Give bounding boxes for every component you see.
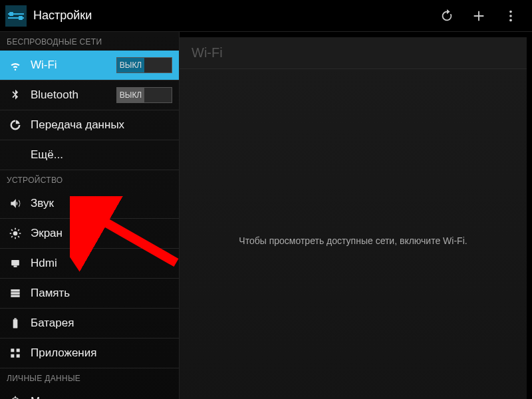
section-header-personal: ЛИЧНЫЕ ДАННЫЕ: [0, 368, 179, 387]
sidebar-item-bluetooth[interactable]: Bluetooth ВЫКЛ: [0, 80, 179, 110]
data-usage-icon: [8, 118, 23, 132]
svg-rect-7: [11, 292, 19, 294]
hdmi-icon: [8, 256, 23, 271]
sidebar-item-display[interactable]: Экран: [0, 219, 179, 249]
svg-point-1: [509, 15, 512, 17]
refresh-button[interactable]: [431, 0, 463, 32]
svg-point-0: [509, 10, 512, 13]
section-header-device: УСТРОЙСТВО: [0, 170, 179, 189]
bluetooth-icon: [8, 88, 23, 102]
sidebar-item-label: Приложения: [31, 346, 96, 360]
sidebar-item-hdmi[interactable]: Hdmi: [0, 249, 179, 279]
sidebar-item-label: Экран: [31, 227, 63, 240]
svg-rect-6: [11, 289, 19, 291]
settings-sidebar: БЕСПРОВОДНЫЕ СЕТИ Wi-Fi ВЫКЛ Bluetooth: [0, 32, 180, 399]
sidebar-item-battery[interactable]: Батарея: [0, 309, 179, 338]
svg-rect-5: [14, 265, 17, 267]
wifi-icon: [8, 58, 23, 72]
sidebar-item-label: Передача данных: [31, 118, 124, 132]
sidebar-item-location[interactable]: Мое местоположение: [0, 387, 179, 399]
settings-app-icon: [5, 5, 27, 27]
sidebar-item-label: Мое местоположение: [31, 395, 145, 399]
add-button[interactable]: [463, 0, 495, 32]
action-bar: Настройки: [0, 0, 532, 32]
sidebar-item-label: Батарея: [31, 317, 74, 330]
storage-icon: [8, 286, 23, 301]
svg-rect-12: [17, 348, 20, 352]
toggle-off-label: ВЫКЛ: [117, 58, 144, 72]
sidebar-item-wifi[interactable]: Wi-Fi ВЫКЛ: [0, 51, 179, 80]
sidebar-item-datausage[interactable]: Передача данных: [0, 110, 179, 140]
detail-panel: Wi-Fi Чтобы просмотреть доступные сети, …: [180, 37, 527, 399]
sidebar-item-label: Память: [31, 287, 70, 300]
refresh-icon: [440, 9, 454, 23]
svg-point-2: [509, 19, 512, 21]
sidebar-item-label: Ещё...: [31, 148, 63, 162]
apps-icon: [8, 346, 23, 360]
svg-rect-8: [11, 295, 19, 297]
svg-point-3: [13, 231, 18, 236]
location-icon: [8, 394, 23, 399]
app-title: Настройки: [33, 9, 92, 23]
sidebar-item-more[interactable]: Ещё...: [0, 140, 179, 170]
sidebar-item-label: Bluetooth: [31, 88, 78, 102]
toggle-off-label: ВЫКЛ: [117, 88, 144, 102]
overflow-icon: [503, 9, 518, 23]
svg-rect-11: [11, 348, 14, 352]
plus-icon: [471, 9, 486, 23]
bluetooth-toggle[interactable]: ВЫКЛ: [116, 87, 172, 103]
battery-icon: [8, 316, 23, 331]
svg-rect-10: [14, 319, 16, 320]
svg-rect-9: [13, 319, 18, 328]
sidebar-item-label: Звук: [31, 197, 54, 210]
detail-title: Wi-Fi: [180, 37, 527, 69]
sound-icon: [8, 196, 23, 211]
overflow-menu-button[interactable]: [495, 0, 527, 32]
detail-empty-message: Чтобы просмотреть доступные сети, включи…: [239, 235, 467, 246]
brightness-icon: [8, 226, 23, 241]
sidebar-item-storage[interactable]: Память: [0, 279, 179, 309]
svg-rect-4: [11, 260, 19, 265]
wifi-toggle[interactable]: ВЫКЛ: [116, 57, 172, 73]
section-header-wireless: БЕСПРОВОДНЫЕ СЕТИ: [0, 32, 179, 51]
sidebar-item-sound[interactable]: Звук: [0, 189, 179, 219]
svg-rect-14: [17, 354, 20, 358]
sidebar-item-label: Wi-Fi: [31, 59, 57, 72]
sidebar-item-apps[interactable]: Приложения: [0, 338, 179, 368]
svg-rect-13: [11, 354, 14, 358]
sidebar-item-label: Hdmi: [31, 257, 57, 270]
